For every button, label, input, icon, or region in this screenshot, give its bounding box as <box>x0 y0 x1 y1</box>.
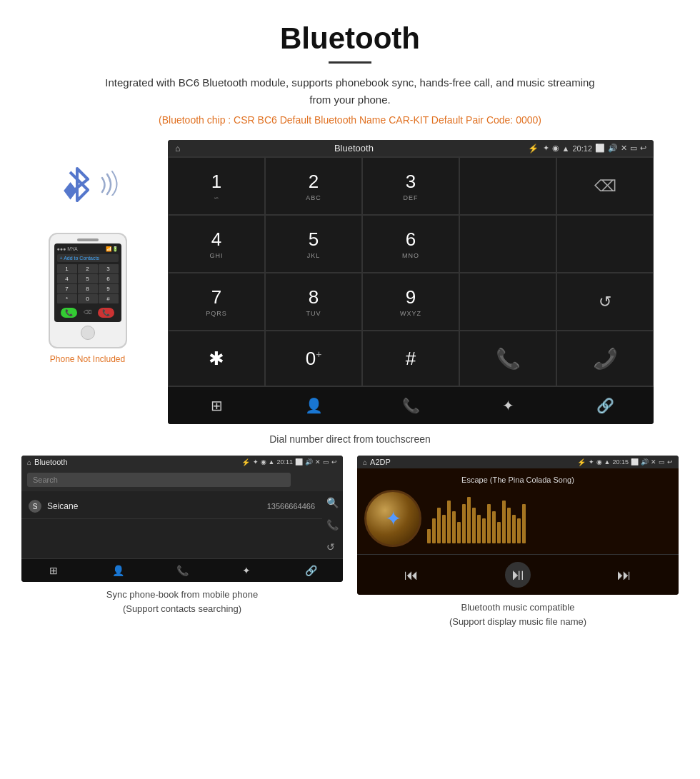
page-title: Bluetooth <box>14 21 686 56</box>
phonebook-search-bar: Search <box>21 468 343 491</box>
dial-key-9[interactable]: 9 WXYZ <box>362 273 459 331</box>
album-art: ✦ <box>364 490 421 547</box>
viz-bar <box>462 504 466 543</box>
nav-contacts-icon[interactable]: 👤 <box>265 387 362 424</box>
phone-key-4: 4 <box>57 274 77 283</box>
viz-bar <box>452 511 456 543</box>
music-visualizer <box>427 493 671 543</box>
pb-search-icon[interactable]: 🔍 <box>326 497 339 508</box>
phone-call-button: 📞 <box>61 308 77 318</box>
android-dial-screen: ⌂ Bluetooth ⚡ ✦ ◉ ▲ 20:12 ⬜ 🔊 ✕ ▭ ↩ 1 ∽ <box>168 140 654 424</box>
status-window-icon: ▭ <box>630 144 637 153</box>
viz-bar <box>487 504 491 543</box>
music-play-button[interactable]: ⏯ <box>505 562 531 588</box>
pb-call-icon[interactable]: 📞 <box>326 519 339 531</box>
phone-key-5: 5 <box>78 274 98 283</box>
dial-bottom-nav: ⊞ 👤 📞 ✦ 🔗 <box>168 386 654 424</box>
dial-key-7[interactable]: 7 PQRS <box>168 273 265 331</box>
contact-item[interactable]: S Seicane 13566664466 <box>21 494 322 519</box>
dial-key-5[interactable]: 5 JKL <box>265 215 362 273</box>
music-block: ⌂ A2DP ⚡ ✦ ◉ ▲ 20:15 ⬜ 🔊 ✕ ▭ ↩ Escape (T… <box>357 456 679 628</box>
dial-key-hash[interactable]: # <box>362 331 459 386</box>
dial-caption: Dial number direct from touchscreen <box>0 433 700 445</box>
dial-key-3[interactable]: 3 DEF <box>362 157 459 215</box>
dial-call-red[interactable]: 📞 <box>556 331 654 386</box>
viz-bar <box>472 508 476 543</box>
phone-bottom-buttons: 📞 ⌫ 📞 <box>57 306 119 319</box>
phonebook-right-icons: 🔍 📞 ↺ <box>322 491 343 558</box>
phone-key-6: 6 <box>99 274 119 283</box>
status-usb-icon: ⚡ <box>528 144 539 154</box>
contact-avatar: S <box>29 500 41 513</box>
viz-bar <box>467 497 471 543</box>
bluetooth-icon-area: ⬧ <box>56 161 120 226</box>
dial-key-1[interactable]: 1 ∽ <box>168 157 265 215</box>
phone-area: ⬧ ●●● MYA 📶🔋 + Add to Contacts <box>21 140 154 364</box>
music-screen-container: ⌂ A2DP ⚡ ✦ ◉ ▲ 20:15 ⬜ 🔊 ✕ ▭ ↩ Escape (T… <box>357 456 679 595</box>
nav-link-icon[interactable]: 🔗 <box>556 387 654 424</box>
music-controls: ⏮ ⏯ ⏭ <box>357 554 679 595</box>
dial-key-0[interactable]: 0+ <box>265 331 362 386</box>
phone-key-0: 0 <box>78 294 98 303</box>
title-divider <box>329 61 371 64</box>
dial-call-green[interactable]: 📞 <box>459 331 556 386</box>
title-section: Bluetooth Integrated with BC6 Bluetooth … <box>0 0 700 133</box>
viz-bar <box>427 529 431 543</box>
status-close-icon: ✕ <box>621 144 627 153</box>
dial-reload[interactable]: ↺ <box>556 273 654 331</box>
subtitle-text: Integrated with BC6 Bluetooth module, su… <box>100 74 600 109</box>
phone-key-8: 8 <box>78 284 98 293</box>
music-signal-icon: ▲ <box>604 458 611 466</box>
music-home-icon: ⌂ <box>363 458 367 466</box>
viz-bar <box>442 515 446 543</box>
dial-empty-2 <box>459 215 556 273</box>
song-title: Escape (The Pina Colada Song) <box>364 476 671 484</box>
music-caption: Bluetooth music compatible (Support disp… <box>449 600 586 628</box>
music-next-button[interactable]: ⏭ <box>617 567 631 583</box>
pb-nav-contacts-icon[interactable]: 👤 <box>86 559 150 582</box>
viz-bar <box>497 522 501 543</box>
music-usb-icon: ⚡ <box>577 458 586 466</box>
pb-time: 20:11 <box>276 458 293 466</box>
status-gps-icon: ◉ <box>552 144 559 153</box>
dial-empty-4 <box>459 273 556 331</box>
nav-phone-icon[interactable]: 📞 <box>362 387 459 424</box>
pb-nav-link-icon[interactable]: 🔗 <box>279 559 343 582</box>
music-prev-button[interactable]: ⏮ <box>404 567 419 583</box>
dial-backspace[interactable]: ⌫ <box>556 157 654 215</box>
add-to-contacts-label: + Add to Contacts <box>57 254 119 262</box>
pb-reload-icon[interactable]: ↺ <box>326 541 339 553</box>
pb-nav-bt-icon[interactable]: ✦ <box>214 559 279 582</box>
phone-key-9: 9 <box>99 284 119 293</box>
viz-bar <box>432 518 436 543</box>
pb-signal-icon: ▲ <box>269 458 275 466</box>
phone-key-2: 2 <box>78 264 98 273</box>
nav-apps-icon[interactable]: ⊞ <box>168 387 265 424</box>
music-volume-icon: 🔊 <box>641 458 649 466</box>
status-camera-icon: ⬜ <box>595 144 605 153</box>
contact-number: 13566664466 <box>267 502 315 511</box>
bluetooth-logo-icon <box>59 161 99 211</box>
viz-bar <box>507 508 511 543</box>
pb-close-icon: ✕ <box>315 458 321 466</box>
music-gps-icon: ◉ <box>596 458 602 466</box>
viz-bar <box>482 518 486 543</box>
search-input[interactable]: Search <box>27 473 291 487</box>
dial-key-star[interactable]: ✱ <box>168 331 265 386</box>
phone-delete-button: ⌫ <box>81 308 94 318</box>
status-bt-icon: ✦ <box>543 144 549 153</box>
pb-nav-phone-icon[interactable]: 📞 <box>150 559 214 582</box>
music-bt-icon: ✦ <box>589 458 594 466</box>
phone-status-icons: ●●● MYA <box>57 246 78 252</box>
music-statusbar: ⌂ A2DP ⚡ ✦ ◉ ▲ 20:15 ⬜ 🔊 ✕ ▭ ↩ <box>357 456 679 468</box>
pb-window-icon: ▭ <box>323 458 329 466</box>
pb-nav-apps-icon[interactable]: ⊞ <box>21 559 86 582</box>
dial-key-4[interactable]: 4 GHI <box>168 215 265 273</box>
nav-bluetooth-icon[interactable]: ✦ <box>459 387 556 424</box>
status-title: Bluetooth <box>184 143 523 154</box>
dial-key-2[interactable]: 2 ABC <box>265 157 362 215</box>
dial-key-8[interactable]: 8 TUV <box>265 273 362 331</box>
phonebook-list: S Seicane 13566664466 <box>21 491 322 558</box>
viz-bar <box>457 522 461 543</box>
dial-key-6[interactable]: 6 MNO <box>362 215 459 273</box>
